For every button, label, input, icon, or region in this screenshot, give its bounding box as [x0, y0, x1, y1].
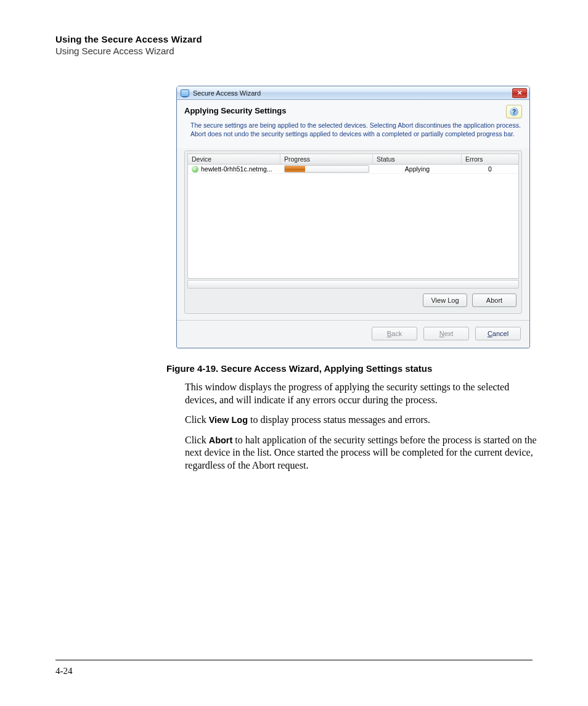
monitor-icon	[181, 89, 189, 97]
dialog-body: Applying Security Settings ? The secure …	[177, 100, 529, 148]
footer-rule	[55, 660, 533, 660]
paragraph: Click Abort to halt application of the s…	[185, 434, 539, 472]
errors-value: 0	[462, 165, 518, 173]
back-button[interactable]: Back	[372, 327, 417, 340]
status-ok-icon: ✓	[192, 166, 198, 173]
cancel-button[interactable]: Cancel	[475, 327, 521, 340]
close-button[interactable]: ✕	[512, 88, 527, 98]
table-header: Device Progress Status Errors	[187, 154, 519, 165]
next-button[interactable]: Next	[423, 327, 469, 340]
col-errors[interactable]: Errors	[462, 154, 518, 164]
help-button[interactable]: ?	[506, 105, 522, 118]
secure-access-wizard-dialog: Secure Access Wizard ✕ Applying Security…	[176, 86, 530, 348]
bold-view-log: View Log	[209, 415, 248, 425]
progress-fill	[285, 166, 305, 172]
page-header: Using the Secure Access Wizard Using Sec…	[55, 34, 533, 56]
titlebar: Secure Access Wizard ✕	[177, 86, 529, 100]
bold-abort: Abort	[209, 435, 233, 445]
body-text: This window displays the progress of app…	[185, 381, 539, 472]
device-panel: Device Progress Status Errors ✓ hewlett-…	[184, 150, 522, 314]
horizontal-scrollbar[interactable]	[187, 280, 519, 289]
page-number: 4-24	[55, 666, 73, 676]
col-device[interactable]: Device	[188, 154, 280, 164]
dialog-heading: Applying Security Settings	[184, 105, 501, 115]
progress-bar	[284, 165, 369, 173]
close-icon: ✕	[517, 89, 522, 96]
view-log-button[interactable]: View Log	[423, 293, 467, 307]
col-status[interactable]: Status	[373, 154, 462, 164]
device-name: hewlett-0rhh51c.netmg...	[201, 165, 272, 173]
header-subtitle: Using Secure Access Wizard	[55, 46, 533, 56]
figure-dialog: Secure Access Wizard ✕ Applying Security…	[176, 86, 530, 348]
table-row[interactable]: ✓ hewlett-0rhh51c.netmg... Applying 0	[188, 165, 518, 174]
col-progress[interactable]: Progress	[280, 154, 373, 164]
figure-caption: Figure 4-19. Secure Access Wizard, Apply…	[166, 363, 533, 374]
window-title: Secure Access Wizard	[193, 89, 508, 97]
status-value: Applying	[373, 165, 462, 173]
paragraph: Click View Log to display process status…	[185, 414, 539, 426]
paragraph: This window displays the progress of app…	[185, 381, 539, 406]
table-body: ✓ hewlett-0rhh51c.netmg... Applying 0	[187, 165, 519, 279]
abort-button[interactable]: Abort	[472, 293, 517, 307]
header-title: Using the Secure Access Wizard	[55, 34, 533, 44]
help-icon: ?	[510, 107, 518, 116]
wizard-nav: Back Next Cancel	[177, 320, 529, 348]
dialog-description: The secure settings are being applied to…	[184, 118, 522, 142]
